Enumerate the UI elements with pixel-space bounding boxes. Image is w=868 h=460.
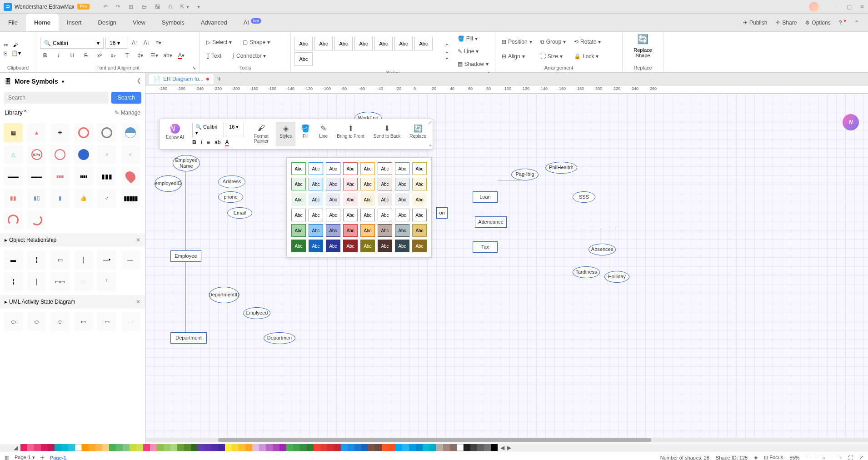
color-swatch[interactable] (191, 444, 198, 451)
color-swatch[interactable] (293, 444, 300, 451)
symbol-item[interactable]: ▭▭ (50, 272, 70, 291)
style-option[interactable]: Abc (309, 209, 323, 221)
style-swatch[interactable]: Abc (374, 37, 393, 50)
styles-button[interactable]: ◈Styles (276, 122, 295, 146)
style-option[interactable]: Abc (309, 178, 323, 190)
shape-department[interactable]: Department (170, 332, 207, 344)
strike-icon[interactable]: S (81, 50, 91, 60)
select-button[interactable]: ▷ Select ▾ (204, 37, 234, 47)
style-option[interactable]: Abc (291, 224, 306, 237)
color-swatch[interactable] (89, 444, 95, 451)
color-swatch[interactable] (341, 444, 348, 451)
symbol-item[interactable] (4, 210, 23, 230)
color-swatch[interactable] (184, 444, 191, 451)
symbol-item[interactable] (50, 145, 70, 164)
style-option[interactable]: Abc (412, 209, 427, 221)
symbol-item[interactable]: ▲ (27, 123, 46, 142)
color-swatch[interactable] (279, 444, 286, 451)
minimize-icon[interactable]: ─ (834, 4, 838, 10)
color-swatch[interactable] (218, 444, 225, 451)
shape-philhealth[interactable]: PhilHealtrh (545, 162, 577, 174)
color-swatch[interactable] (48, 444, 55, 451)
color-swatch[interactable] (116, 444, 123, 451)
color-swatch[interactable] (457, 444, 464, 451)
color-swatch[interactable] (300, 444, 307, 451)
shape-email[interactable]: Email (227, 207, 252, 219)
color-left-icon[interactable]: ◀ (500, 445, 504, 451)
edraw-ai-button[interactable]: N Edraw AI (162, 122, 188, 146)
collapse-ribbon-icon[interactable]: ⌃ (854, 19, 859, 27)
color-swatch[interactable] (314, 444, 320, 451)
color-swatch[interactable] (423, 444, 429, 451)
focus-button[interactable]: ⊡ Focus (764, 455, 783, 460)
symbol-item[interactable]: 👍 (74, 189, 93, 208)
size-button[interactable]: ⛶ Size▾ (538, 51, 569, 61)
increase-font-icon[interactable]: A↑ (130, 38, 140, 48)
color-swatch[interactable] (307, 444, 314, 451)
symbol-search-input[interactable] (4, 92, 109, 104)
underline-icon[interactable]: U (67, 50, 77, 60)
color-swatch[interactable] (170, 444, 177, 451)
open-icon[interactable]: 🗁 (141, 4, 147, 10)
symbol-item[interactable] (74, 123, 93, 142)
color-swatch[interactable] (334, 444, 341, 451)
style-option[interactable]: Abc (360, 193, 375, 206)
float-align-icon[interactable]: ≡ (207, 139, 210, 145)
symbol-item[interactable]: — (74, 272, 93, 291)
zoom-in-icon[interactable]: + (839, 455, 842, 460)
user-avatar[interactable] (809, 2, 819, 12)
color-swatch[interactable] (361, 444, 368, 451)
decrease-font-icon[interactable]: A↓ (142, 38, 152, 48)
symbol-item[interactable]: ▮▮▮ (97, 167, 116, 186)
style-option[interactable]: Abc (309, 193, 323, 206)
color-swatch[interactable] (402, 444, 409, 451)
color-swatch[interactable] (252, 444, 259, 451)
style-option[interactable]: Abc (343, 224, 358, 237)
color-swatch[interactable] (150, 444, 157, 451)
shape-tardiness[interactable]: Tardiness (573, 266, 600, 278)
replace-shape-button[interactable]: Replace Shape (634, 47, 652, 58)
style-option[interactable]: Abc (360, 209, 375, 221)
paste-icon[interactable]: 📋▾ (11, 50, 21, 56)
color-swatch[interactable] (375, 444, 382, 451)
shape-sss[interactable]: SSS (573, 191, 595, 203)
style-option[interactable]: Abc (326, 178, 340, 190)
library-label[interactable]: Library (5, 109, 23, 116)
symbol-item[interactable] (27, 210, 46, 230)
style-option[interactable]: Abc (378, 162, 392, 175)
symbol-item[interactable]: ▬▬▬ (27, 167, 46, 186)
replace-shape-icon[interactable]: 🔄 (637, 34, 649, 45)
symbol-item[interactable]: ⬭ (4, 312, 23, 331)
color-swatch[interactable] (320, 444, 327, 451)
symbol-item[interactable] (74, 145, 93, 164)
color-swatch[interactable] (389, 444, 395, 451)
float-size-select[interactable]: 16 ▾ (226, 123, 244, 137)
color-swatch[interactable] (416, 444, 423, 451)
float-font-select[interactable]: 🔍 Calibri ▾ (192, 123, 224, 137)
ai-assistant-badge[interactable]: N (843, 114, 859, 130)
color-swatch[interactable] (130, 444, 136, 451)
color-swatch[interactable] (327, 444, 334, 451)
color-swatch[interactable] (354, 444, 361, 451)
connector-button[interactable]: ⟆ Connector ▾ (229, 51, 269, 61)
style-option[interactable]: Abc (291, 178, 306, 190)
color-swatch[interactable] (123, 444, 130, 451)
collapse-panel-icon[interactable]: 《 (134, 77, 140, 85)
style-swatch[interactable]: Abc (354, 37, 373, 50)
symbol-item[interactable]: ♂ (121, 145, 140, 164)
color-swatch[interactable] (273, 444, 279, 451)
close-icon[interactable]: ✕ (860, 4, 864, 10)
symbol-item[interactable]: ▮▮▮▮ (74, 167, 93, 186)
help-icon[interactable]: ? • (839, 19, 846, 27)
list-icon[interactable]: ☰▾ (149, 50, 159, 60)
text-button[interactable]: Ṯ Text (204, 51, 224, 61)
fill-button[interactable]: 🪣 Fill ▾ (455, 34, 491, 44)
text-effect-icon[interactable]: ab▾ (163, 50, 173, 60)
symbol-item[interactable]: ✳ (50, 123, 70, 142)
menu-file[interactable]: File (0, 14, 26, 31)
style-option[interactable]: Abc (378, 193, 392, 206)
color-swatch[interactable] (443, 444, 450, 451)
new-tab-button[interactable]: + (217, 75, 221, 83)
redo-icon[interactable]: ↷ (116, 4, 120, 10)
color-swatch[interactable] (266, 444, 273, 451)
